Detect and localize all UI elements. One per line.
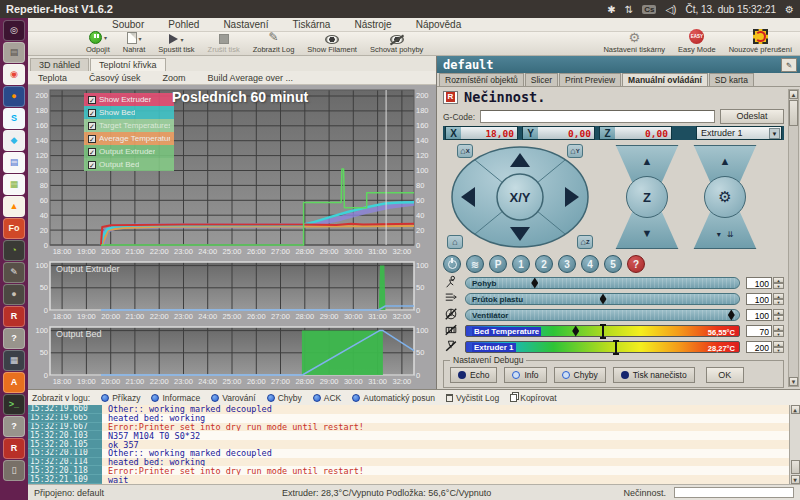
menu-pohled[interactable]: Pohled <box>168 19 199 30</box>
gcode-input[interactable] <box>480 110 715 123</box>
launcher-item-writer[interactable]: ▤ <box>3 152 25 173</box>
menu-n-stroje[interactable]: Nástroje <box>354 19 391 30</box>
preset-4-button[interactable]: 4 <box>581 255 599 273</box>
launcher-item-fontforge[interactable]: Fo <box>3 218 25 239</box>
copy-log-button[interactable]: Kopírovat <box>510 393 556 403</box>
scroll-down-icon[interactable]: ▼ <box>789 377 798 386</box>
scrollbar-thumb[interactable] <box>791 460 800 474</box>
extrude-fast-icon[interactable]: ⇊ <box>727 230 734 239</box>
home-y-button[interactable]: ⌂Y <box>567 144 583 158</box>
keyboard-layout-indicator[interactable]: Cs <box>642 5 656 14</box>
launcher-item-gimp[interactable]: ● <box>3 284 25 305</box>
launcher-item-trash[interactable]: ▯ <box>3 460 25 481</box>
sync-indicator-icon[interactable]: ⇅ <box>625 4 633 15</box>
launcher-item-chrome[interactable]: ◉ <box>3 64 25 85</box>
hide-travel-button[interactable]: Schovat pohyby <box>370 35 423 54</box>
log-filter-p-kazy[interactable]: Příkazy <box>101 393 140 403</box>
menu-tisk-rna[interactable]: Tiskárna <box>292 19 330 30</box>
chart-menu-zoom[interactable]: Zoom <box>163 73 186 83</box>
emergency-stop-button[interactable]: Nouzové přerušení <box>729 29 792 54</box>
kill-print-button[interactable]: Zrušit tisk <box>208 34 240 54</box>
flow-slider-thumb[interactable] <box>600 294 607 305</box>
speed-value[interactable]: 100 <box>746 277 772 289</box>
launcher-item-tools[interactable]: ✎ <box>3 262 25 283</box>
panel-scrollbar[interactable]: ▲ ▼ <box>788 89 799 387</box>
log-filter-informace[interactable]: Informace <box>151 393 200 403</box>
preset-2-button[interactable]: 2 <box>535 255 553 273</box>
extruder-pad-center[interactable]: ⚙ <box>704 176 746 218</box>
debug-info-toggle[interactable]: Info <box>504 367 546 383</box>
launcher-item-unknown-2[interactable]: ? <box>3 416 25 437</box>
disconnect-button[interactable]: ▾Odpojit <box>86 31 110 54</box>
checkbox-checked-icon[interactable]: ✓ <box>88 96 96 104</box>
show-filament-button[interactable]: Show Filament <box>307 35 357 54</box>
chart-menu-teplota[interactable]: Teplota <box>38 73 67 83</box>
tab-rozm-st-n-objekt-[interactable]: Rozmístění objektů <box>439 73 524 86</box>
bed-temp-slider-track[interactable]: Bed Temperature56,55°C <box>465 325 740 337</box>
extruder-select[interactable]: Extruder 1 ▼ <box>696 126 782 140</box>
speed-slider-track[interactable]: Pohyb <box>465 277 740 289</box>
chart-menu--asov-sek[interactable]: Časový úsek <box>89 73 141 83</box>
menu-nastaven-[interactable]: Nastavení <box>223 19 268 30</box>
spin-down-icon[interactable]: ▼ <box>773 331 784 337</box>
chart-menu-build-average-over-[interactable]: Build Average over ... <box>208 73 293 83</box>
preset-1-button[interactable]: 1 <box>512 255 530 273</box>
legend-target-temperatures[interactable]: ✓Target Temperatures <box>84 119 174 132</box>
log-filter-chyby[interactable]: Chyby <box>267 393 302 403</box>
ok-button[interactable]: OK <box>706 367 744 383</box>
launcher-item-calc[interactable]: ▦ <box>3 174 25 195</box>
xy-jog-pad[interactable]: X/Y ⌂X ⌂Y ⌂ ⌂Z <box>445 145 595 249</box>
debug-echo-toggle[interactable]: Echo <box>450 367 497 383</box>
home-all-button[interactable]: ⌂ <box>447 235 463 249</box>
edit-printer-icon[interactable]: ✎ <box>781 58 797 72</box>
launcher-item-calculator[interactable]: ▦ <box>3 350 25 371</box>
toggle-log-button[interactable]: ✎Zobrazit Log <box>253 30 295 54</box>
flow-slider-track[interactable]: Průtok plastu <box>465 293 740 305</box>
volume-icon[interactable]: ◁) <box>665 4 676 15</box>
launcher-item-unknown-1[interactable]: ? <box>3 328 25 349</box>
legend-output-bed[interactable]: ✓Output Bed <box>84 158 174 171</box>
launcher-item-repetier-1[interactable]: R <box>3 306 25 327</box>
launcher-item-dash[interactable]: ◎ <box>3 20 25 41</box>
spin-down-icon[interactable]: ▼ <box>773 347 784 353</box>
launcher-item-terminal[interactable]: >_ <box>3 394 25 415</box>
tab-manu-ln-ovl-d-n-[interactable]: Manuální ovládání <box>622 73 708 86</box>
clear-log-button[interactable]: Vyčistit Log <box>446 393 499 403</box>
motors-off-button[interactable]: ≋ <box>466 255 484 273</box>
legend-output-extruder[interactable]: ✓Output Extruder <box>84 145 174 158</box>
preset-3-button[interactable]: 3 <box>558 255 576 273</box>
legend-show-bed[interactable]: ✓Show Bed <box>84 106 174 119</box>
launcher-item-handbrake[interactable]: ◔ <box>3 240 25 261</box>
log-filter-varov-n-[interactable]: Varování <box>211 393 255 403</box>
checkbox-checked-icon[interactable]: ✓ <box>88 148 96 156</box>
gcode-send-button[interactable]: Odeslat <box>720 109 784 124</box>
tab-print-preview[interactable]: Print Preview <box>559 73 621 86</box>
fan-slider-thumb[interactable] <box>728 310 735 321</box>
tab-slicer[interactable]: Slicer <box>525 73 558 86</box>
menu-soubor[interactable]: Soubor <box>112 19 144 30</box>
z-pad-center[interactable]: Z <box>626 176 668 218</box>
spin-down-icon[interactable]: ▼ <box>773 315 784 321</box>
spin-down-icon[interactable]: ▼ <box>773 299 784 305</box>
scroll-up-icon[interactable]: ▲ <box>789 90 798 99</box>
debug-chyby-toggle[interactable]: Chyby <box>554 367 606 383</box>
power-button[interactable] <box>443 255 461 273</box>
checkbox-checked-icon[interactable]: ✓ <box>88 122 96 130</box>
clock[interactable]: Čt, 13. dub 15:32:21 <box>685 4 776 15</box>
chevron-down-icon[interactable]: ▼ <box>769 128 780 139</box>
legend-average-temperatures[interactable]: ✓Average Temperatures <box>84 132 174 145</box>
easy-mode-button[interactable]: EASYEasy Mode <box>678 29 716 54</box>
extruder-temp-slider-track[interactable]: Extruder 128,27°C <box>465 341 740 353</box>
scroll-up-icon[interactable]: ▲ <box>791 405 800 414</box>
scrollbar-thumb[interactable] <box>789 100 798 126</box>
launcher-item-skype[interactable]: S <box>3 108 25 129</box>
tab-teplotn-k-ivka[interactable]: Teplotní křivka <box>90 58 166 71</box>
launcher-item-repetier-2[interactable]: R <box>3 438 25 459</box>
log-scrollbar[interactable]: ▲ ▼ <box>789 405 800 484</box>
log-filter-automatick-posun[interactable]: Automatický posun <box>352 393 435 403</box>
home-x-button[interactable]: ⌂X <box>457 144 473 158</box>
extruder-temp-value[interactable]: 200 <box>746 341 772 353</box>
start-print-button[interactable]: ▾Spustit tisk <box>158 34 194 54</box>
speed-slider-thumb[interactable] <box>531 278 538 289</box>
launcher-item-software-center[interactable]: A <box>3 372 25 393</box>
